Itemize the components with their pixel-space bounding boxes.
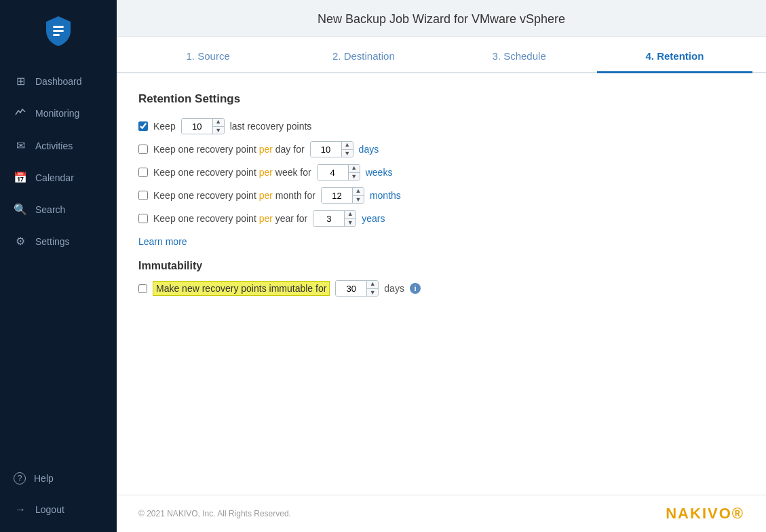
immutable-checkbox[interactable] [138, 284, 147, 293]
keep-day-spinner[interactable]: ▲ ▼ [310, 141, 353, 157]
sidebar-bottom: ? Help → Logout [0, 463, 117, 532]
sidebar-item-search[interactable]: 🔍 Search [0, 193, 117, 225]
keep-year-input[interactable] [313, 211, 344, 226]
keep-month-up-btn[interactable]: ▲ [353, 187, 364, 196]
nakivo-logo: NAKIVO® [666, 505, 744, 522]
retention-section-title: Retention Settings [138, 92, 744, 106]
keep-month-label: Keep one recovery point per month for [153, 190, 315, 201]
keep-month-checkbox[interactable] [138, 191, 148, 200]
keep-week-label: Keep one recovery point per week for [153, 167, 311, 178]
wizard-title: New Backup Job Wizard for VMware vSphere [318, 12, 565, 26]
keep-month-input[interactable] [322, 188, 352, 203]
immutability-title: Immutability [138, 260, 744, 272]
keep-label: Keep [153, 121, 176, 132]
monitoring-icon [14, 107, 27, 120]
settings-icon: ⚙ [14, 235, 27, 248]
calendar-icon: 📅 [14, 171, 27, 184]
keep-week-checkbox[interactable] [138, 168, 148, 177]
keep-week-spinner[interactable]: ▲ ▼ [317, 164, 360, 180]
logo-area [0, 0, 117, 60]
activities-icon: ✉ [14, 139, 27, 152]
keep-year-spinner[interactable]: ▲ ▼ [313, 210, 356, 227]
years-label: years [362, 213, 385, 224]
sidebar-item-label: Logout [35, 504, 64, 515]
retention-row-month: Keep one recovery point per month for ▲ … [138, 187, 744, 204]
svg-rect-1 [53, 30, 64, 32]
tab-source[interactable]: 1. Source [130, 38, 286, 73]
sidebar-item-label: Dashboard [35, 76, 82, 87]
sidebar-item-label: Calendar [35, 172, 74, 183]
keep-week-spinner-btns: ▲ ▼ [348, 164, 360, 180]
main-area: New Backup Job Wizard for VMware vSphere… [117, 0, 766, 532]
keep-month-spinner-btns: ▲ ▼ [352, 187, 364, 204]
retention-row-year: Keep one recovery point per year for ▲ ▼… [138, 210, 744, 227]
keep-last-checkbox[interactable] [138, 121, 148, 131]
keep-year-spinner-btns: ▲ ▼ [344, 210, 356, 227]
retention-row-day: Keep one recovery point per day for ▲ ▼ … [138, 141, 744, 157]
footer: © 2021 NAKIVO, Inc. All Rights Reserved.… [117, 495, 766, 532]
tab-schedule[interactable]: 3. Schedule [442, 38, 597, 73]
immutable-spinner[interactable]: ▲ ▼ [335, 280, 379, 297]
sidebar-item-activities[interactable]: ✉ Activities [0, 130, 117, 162]
tab-retention[interactable]: 4. Retention [597, 38, 752, 73]
sidebar-item-calendar[interactable]: 📅 Calendar [0, 162, 117, 193]
keep-month-spinner[interactable]: ▲ ▼ [321, 187, 364, 204]
keep-day-label: Keep one recovery point per day for [153, 144, 305, 155]
keep-day-down-btn[interactable]: ▼ [342, 150, 353, 158]
keep-day-up-btn[interactable]: ▲ [342, 141, 353, 150]
tab-destination[interactable]: 2. Destination [286, 38, 441, 73]
days-label: days [359, 144, 379, 155]
retention-row-keep-last: Keep ▲ ▼ last recovery points [138, 118, 744, 134]
sidebar-item-label: Monitoring [35, 108, 79, 119]
keep-last-input[interactable] [182, 119, 212, 134]
keep-last-down-btn[interactable]: ▼ [213, 127, 224, 135]
sidebar-item-help[interactable]: ? Help [0, 463, 117, 494]
info-icon[interactable]: i [410, 283, 421, 294]
sidebar-item-label: Settings [35, 236, 70, 247]
nakivo-trademark: ® [732, 505, 744, 522]
keep-last-label: last recovery points [230, 121, 312, 132]
learn-more-link[interactable]: Learn more [138, 236, 187, 247]
immutable-days-label: days [384, 283, 404, 294]
sidebar-item-settings[interactable]: ⚙ Settings [0, 225, 117, 257]
retention-row-week: Keep one recovery point per week for ▲ ▼… [138, 164, 744, 180]
sidebar-item-logout[interactable]: → Logout [0, 494, 117, 525]
sidebar: ⊞ Dashboard Monitoring ✉ Activities 📅 Ca… [0, 0, 117, 532]
sidebar-nav: ⊞ Dashboard Monitoring ✉ Activities 📅 Ca… [0, 60, 117, 463]
search-icon: 🔍 [14, 203, 27, 216]
months-label: months [370, 190, 401, 201]
keep-last-spinner-btns: ▲ ▼ [212, 118, 224, 134]
keep-day-checkbox[interactable] [138, 145, 148, 154]
sidebar-item-label: Activities [35, 140, 73, 151]
retention-rows: Keep ▲ ▼ last recovery points Keep one r… [138, 118, 744, 227]
keep-last-up-btn[interactable]: ▲ [213, 118, 224, 127]
keep-week-input[interactable] [318, 165, 348, 180]
keep-last-spinner[interactable]: ▲ ▼ [181, 118, 225, 134]
immutable-up-btn[interactable]: ▲ [367, 280, 378, 289]
keep-year-down-btn[interactable]: ▼ [345, 219, 356, 227]
logout-icon: → [14, 504, 27, 516]
immutable-highlighted-label: Make new recovery points immutable for [153, 281, 330, 296]
immutable-label: Make new recovery points immutable for [153, 283, 330, 294]
immutability-row: Make new recovery points immutable for ▲… [138, 280, 744, 297]
keep-month-down-btn[interactable]: ▼ [353, 196, 364, 204]
keep-year-checkbox[interactable] [138, 214, 148, 223]
immutable-input[interactable] [336, 281, 366, 296]
keep-day-input[interactable] [311, 142, 341, 157]
immutable-spinner-btns: ▲ ▼ [366, 280, 378, 297]
sidebar-item-monitoring[interactable]: Monitoring [0, 97, 117, 130]
dashboard-icon: ⊞ [14, 75, 27, 88]
nakivo-shield-icon [43, 15, 73, 48]
weeks-label: weeks [366, 167, 393, 178]
keep-year-up-btn[interactable]: ▲ [345, 210, 356, 219]
content-area: Retention Settings Keep ▲ ▼ last recover… [117, 73, 766, 495]
wizard-tabs: 1. Source 2. Destination 3. Schedule 4. … [117, 37, 766, 73]
keep-week-up-btn[interactable]: ▲ [349, 164, 360, 173]
svg-rect-0 [53, 26, 64, 28]
keep-week-down-btn[interactable]: ▼ [349, 173, 360, 181]
top-bar: New Backup Job Wizard for VMware vSphere [117, 0, 766, 37]
sidebar-item-dashboard[interactable]: ⊞ Dashboard [0, 65, 117, 97]
keep-year-label: Keep one recovery point per year for [153, 213, 307, 224]
immutable-down-btn[interactable]: ▼ [367, 289, 378, 297]
sidebar-item-label: Search [35, 204, 65, 215]
